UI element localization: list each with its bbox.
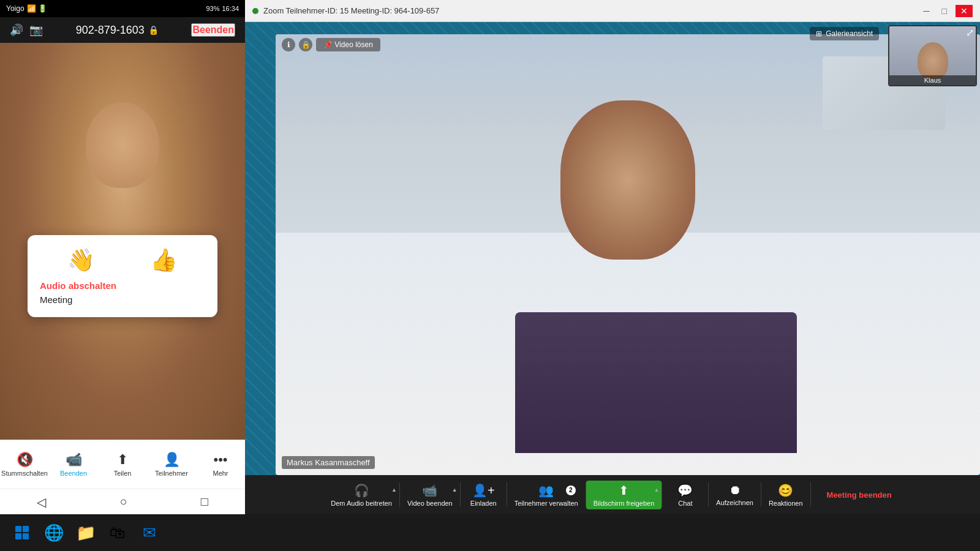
phone-status-bar: Yoigo 📶 🔋 93% 16:34	[0, 0, 245, 17]
share-label: Teilen	[114, 470, 132, 477]
end-call-button[interactable]: Beenden	[191, 23, 235, 37]
zoom-titlebar: Zoom Teilnehmer-ID: 15 Meeting-ID: 964-1…	[245, 0, 980, 22]
zoom-panel: Zoom Teilnehmer-ID: 15 Meeting-ID: 964-1…	[245, 0, 980, 514]
info-icon[interactable]: ℹ	[282, 38, 295, 51]
phone-nav-end[interactable]: 📹 Beenden	[55, 452, 92, 477]
phone-panel: Yoigo 📶 🔋 93% 16:34 🔊 📷 902-879-1603 🔒 B…	[0, 0, 245, 514]
phone-call-bar: 🔊 📷 902-879-1603 🔒 Beenden	[0, 17, 245, 43]
time-label: 16:34	[222, 5, 239, 12]
taskbar-file-explorer[interactable]: 📁	[71, 518, 100, 547]
reactions-icon: 😊	[778, 483, 793, 498]
lock-overlay-icon[interactable]: 🔒	[299, 38, 312, 51]
time-display: 93% 16:34	[206, 5, 239, 12]
call-icons: 🔊 📷	[10, 23, 43, 37]
toolbar-share-screen[interactable]: ⬆ Bildschirm freigeben ▲	[586, 481, 662, 509]
video-label: Video beenden	[407, 500, 453, 507]
store-icon: 🛍	[110, 523, 126, 542]
video-loesen-button[interactable]: 📌 Video lösen	[316, 38, 380, 51]
toolbar-separator-8	[810, 482, 811, 507]
zoom-title-left: Zoom Teilnehmer-ID: 15 Meeting-ID: 964-1…	[252, 6, 439, 15]
more-icon: •••	[213, 452, 227, 468]
taskbar: 🌐 📁 🛍 ✉	[0, 514, 980, 551]
audio-label: Dem Audio beitreten	[331, 500, 392, 507]
toolbar-reactions[interactable]: 😊 Reaktionen	[761, 481, 810, 509]
toolbar-audio[interactable]: 🎧 Dem Audio beitreten ▲	[323, 481, 399, 509]
zoom-toolbar: 🎧 Dem Audio beitreten ▲ 📹 Video beenden …	[245, 475, 980, 514]
zoom-status-dot	[252, 8, 258, 14]
thumbsup-emoji[interactable]: 👍	[150, 247, 178, 273]
taskbar-mail[interactable]: ✉	[135, 518, 164, 547]
participants-manage-icon: 👥	[538, 483, 554, 498]
zoom-window-controls: ─ □ ✕	[920, 5, 973, 17]
toolbar-video[interactable]: 📹 Video beenden ▲	[400, 481, 460, 509]
thumbnail-face	[918, 42, 948, 79]
main-person-head	[560, 100, 695, 260]
fullscreen-button[interactable]: ⤢	[966, 27, 974, 39]
thumbnail-video-Klaus[interactable]: Klaus	[888, 25, 977, 86]
lock-icon: 🔒	[148, 25, 159, 35]
gallery-view-button[interactable]: ⊞ Galerieansicht	[810, 27, 879, 40]
minimize-button[interactable]: ─	[920, 5, 933, 17]
back-button[interactable]: ◁	[37, 495, 46, 509]
meeting-option[interactable]: Meeting	[40, 294, 205, 305]
record-label: Aufzeichnen	[716, 499, 753, 506]
main-video-feed	[276, 34, 980, 475]
phone-bottom-nav: 🔇 Stummschalten 📹 Beenden ⬆ Teilen 👤 Tei…	[0, 440, 245, 489]
end-icon: 📹	[66, 452, 82, 468]
video-overlay-top: ℹ 🔒 📌 Video lösen	[276, 34, 882, 55]
main-person-body	[515, 312, 797, 453]
taskbar-edge[interactable]: 🌐	[39, 518, 69, 547]
taskbar-start-button[interactable]	[7, 518, 37, 547]
camera-switch-icon[interactable]: 📷	[29, 23, 43, 37]
chat-label: Chat	[678, 500, 692, 507]
folder-icon: 📁	[76, 523, 96, 542]
phone-nav-mute[interactable]: 🔇 Stummschalten	[6, 452, 43, 477]
invite-icon: 👤+	[472, 483, 495, 498]
close-button[interactable]: ✕	[956, 5, 973, 17]
audio-chevron-icon[interactable]: ▲	[391, 487, 397, 493]
participant-name-label: Markus Kasanmascheff	[282, 456, 375, 469]
carrier-label: Yoigo	[6, 4, 24, 13]
reactions-label: Reaktionen	[769, 500, 803, 507]
participants-icon: 👤	[164, 452, 180, 468]
participants-manage-label: Teilnehmer verwalten	[514, 500, 578, 507]
zoom-content: Markus Kasanmascheff ℹ 🔒 📌 Video lösen K…	[245, 22, 980, 475]
main-person	[346, 100, 910, 453]
toolbar-record[interactable]: ⏺ Aufzeichnen	[709, 481, 761, 509]
gallery-label: Galerieansicht	[826, 29, 873, 38]
android-navbar: ◁ ○ □	[0, 489, 245, 514]
gallery-grid-icon: ⊞	[816, 29, 822, 38]
share-screen-icon: ⬆	[619, 483, 629, 498]
audio-mute-option[interactable]: Audio abschalten	[40, 280, 205, 291]
phone-nav-more[interactable]: ••• Mehr	[202, 452, 239, 477]
chat-icon: 💬	[677, 483, 693, 498]
wave-emoji[interactable]: 👋	[67, 247, 95, 273]
home-button[interactable]: ○	[119, 495, 127, 509]
participants-count-badge: 2	[566, 485, 576, 495]
maximize-button[interactable]: □	[938, 5, 951, 17]
toolbar-chat[interactable]: 💬 Chat	[662, 481, 708, 509]
phone-nav-share[interactable]: ⬆ Teilen	[104, 452, 141, 477]
toolbar-invite[interactable]: 👤+ Einladen	[461, 481, 507, 509]
video-chevron-icon[interactable]: ▲	[452, 487, 458, 493]
battery-label: 93%	[206, 5, 219, 12]
share-chevron-icon[interactable]: ▲	[654, 487, 659, 493]
phone-number-text: 902-879-1603	[76, 24, 145, 37]
thumbnail-participant-name: Klaus	[889, 75, 976, 85]
toolbar-participants[interactable]: 👥 Teilnehmer verwalten 2	[507, 481, 586, 509]
mute-icon: 🔇	[17, 452, 33, 468]
speaker-icon[interactable]: 🔊	[10, 23, 23, 37]
phone-nav-participants[interactable]: 👤 Teilnehmer	[153, 452, 190, 477]
phone-video-area: 👋 👍 Audio abschalten Meeting	[0, 43, 245, 440]
share-icon: ⬆	[117, 452, 128, 468]
invite-label: Einladen	[470, 500, 497, 507]
zoom-title-text: Zoom Teilnehmer-ID: 15 Meeting-ID: 964-1…	[263, 6, 439, 15]
end-meeting-button[interactable]: Meeting beenden	[817, 488, 902, 502]
windows-logo	[15, 526, 29, 539]
mute-label: Stummschalten	[1, 470, 48, 477]
more-label: Mehr	[213, 470, 228, 477]
taskbar-store[interactable]: 🛍	[103, 518, 132, 547]
recents-button[interactable]: □	[201, 495, 208, 509]
carrier-info: Yoigo 📶 🔋	[6, 4, 47, 13]
mail-icon: ✉	[143, 523, 156, 542]
